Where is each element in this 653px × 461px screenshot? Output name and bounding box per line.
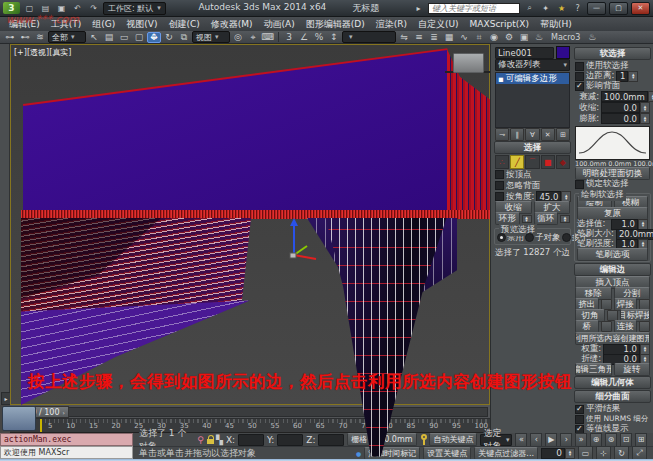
key-mode-dropdown[interactable]: 选定对象 <box>480 434 512 446</box>
track-bar[interactable]: 51015 202530 354045 505560 657075 808590… <box>10 419 490 433</box>
pinch-spinner[interactable]: 0.0 <box>601 102 650 113</box>
rendered-frame-window-icon[interactable]: ▣ <box>517 32 531 43</box>
menu-modifiers[interactable]: 修改器(M) <box>206 17 258 32</box>
menu-graph-editors[interactable]: 图形编辑器(D) <box>301 17 370 32</box>
use-soft-selection-checkbox[interactable] <box>575 62 584 71</box>
connect-settings-button[interactable] <box>639 321 650 332</box>
selection-lock-icon[interactable] <box>207 435 213 444</box>
help-icon[interactable]: ? <box>571 2 584 14</box>
pan-icon[interactable]: ⊹ <box>596 446 611 460</box>
rectangular-selection-region-icon[interactable]: ▭ <box>117 32 131 43</box>
select-and-scale-icon[interactable]: ⧉ <box>177 32 191 43</box>
time-slider-track[interactable] <box>12 407 488 417</box>
search-icon[interactable]: ⌕ <box>523 2 536 14</box>
close-button[interactable]: ✕ <box>631 2 650 15</box>
search-go-icon[interactable]: ▸ <box>412 2 425 14</box>
use-pivot-center-icon[interactable]: ◎ <box>231 32 245 43</box>
edit-edges-rollout-header[interactable]: 编辑边 <box>574 263 651 276</box>
spinner-snap-icon[interactable]: ↕ <box>327 32 341 43</box>
turn-button[interactable]: 旋转 <box>614 363 651 376</box>
preview-multi-radio[interactable] <box>562 233 571 242</box>
modifier-stack[interactable]: ▪ 可编辑多边形 <box>495 72 570 128</box>
material-editor-icon[interactable]: ◉ <box>487 32 501 43</box>
ring-spinner[interactable] <box>522 215 532 223</box>
grey-box-object[interactable] <box>453 53 484 73</box>
falloff-spinner[interactable]: 100.0mm <box>601 91 653 102</box>
menu-maxscript[interactable]: MAXScript(X) <box>465 18 534 30</box>
menu-views[interactable]: 视图(V) <box>121 17 162 32</box>
ignore-backfacing-checkbox[interactable] <box>495 181 504 190</box>
select-and-link-icon[interactable]: ⊶ <box>3 32 17 43</box>
set-key-button[interactable]: 设置关键点 <box>423 447 471 460</box>
edge-subobject-icon[interactable]: ╱ <box>510 155 524 169</box>
polygon-subobject-icon[interactable]: ■ <box>541 155 555 169</box>
object-name-field[interactable]: Line001 <box>495 47 554 59</box>
unlink-selection-icon[interactable]: ⊷ <box>18 32 32 43</box>
set-keys-icon[interactable] <box>420 434 427 445</box>
border-subobject-icon[interactable]: ⌒ <box>525 155 539 169</box>
menu-rendering[interactable]: 渲染(R) <box>371 17 412 32</box>
frame-zero-marker[interactable] <box>40 419 42 432</box>
infocenter-search-input[interactable] <box>428 3 520 14</box>
orbit-icon[interactable]: ↻ <box>614 446 629 460</box>
snap-toggle-3d-icon[interactable]: 3 <box>282 32 296 43</box>
curve-editor-icon[interactable]: ∿ <box>457 32 471 43</box>
maximize-button[interactable]: ▢ <box>609 2 628 15</box>
edit-geometry-rollout-header[interactable]: 编辑几何体 <box>574 376 651 389</box>
subdivision-surface-rollout-header[interactable]: 细分曲面 <box>574 390 651 403</box>
zoom-icon[interactable]: ⊕ <box>590 433 602 447</box>
lock-soft-selection-checkbox[interactable] <box>575 180 584 189</box>
render-teapot-icon[interactable]: ♨ <box>585 32 599 43</box>
by-angle-checkbox[interactable] <box>495 192 504 201</box>
menu-group[interactable]: 组(G) <box>87 17 120 32</box>
z-coordinate-field[interactable] <box>318 434 344 446</box>
loop-button[interactable]: 循环 <box>534 212 559 225</box>
smooth-result-checkbox[interactable] <box>575 405 584 414</box>
window-crossing-icon[interactable]: ▢ <box>132 32 146 43</box>
redo-icon[interactable]: ↷ <box>87 2 100 14</box>
menu-animation[interactable]: 动画(A) <box>259 17 300 32</box>
preview-disable-radio[interactable] <box>497 233 506 242</box>
maximize-viewport-icon[interactable]: ⤢ <box>632 446 647 460</box>
align-icon[interactable]: ≡ <box>412 32 426 43</box>
remove-modifier-button[interactable]: ✕ <box>541 128 555 141</box>
render-production-icon[interactable]: ♨ <box>532 32 546 43</box>
vertex-subobject-icon[interactable]: ∴ <box>495 155 509 169</box>
object-color-swatch[interactable] <box>556 46 570 59</box>
menu-create[interactable]: 创建(C) <box>163 17 204 32</box>
mirror-icon[interactable]: ⇋ <box>397 32 411 43</box>
select-object-icon[interactable]: ↖ <box>87 32 101 43</box>
select-and-rotate-icon[interactable]: ↻ <box>162 32 176 43</box>
named-selection-sets-dropdown[interactable] <box>342 31 396 43</box>
favorites-icon[interactable]: ★ <box>555 2 568 14</box>
maxscript-macro-recorder[interactable]: actionMan.exec <box>0 433 133 446</box>
next-frame-button[interactable]: › <box>560 433 572 447</box>
bridge-settings-button[interactable] <box>601 321 612 332</box>
perspective-viewport[interactable]: [+][透视][真实] <box>10 44 490 405</box>
selection-rollout-header[interactable]: 选择 <box>494 141 571 154</box>
schematic-view-icon[interactable]: ⌗ <box>472 32 486 43</box>
bubble-spinner[interactable]: 0.0 <box>601 113 650 124</box>
zoom-extents-icon[interactable]: ⊡ <box>620 433 632 447</box>
zoom-region-icon[interactable]: ▭ <box>578 446 593 460</box>
key-filters-button[interactable]: 关键点过滤器... <box>474 447 538 460</box>
make-unique-button[interactable]: ∀ <box>525 128 539 141</box>
current-frame-spinner[interactable]: 0 <box>541 448 575 459</box>
render-setup-icon[interactable]: ⚙ <box>502 32 516 43</box>
time-slider[interactable]: ‹ 0 / 100 › <box>10 405 490 419</box>
y-coordinate-field[interactable] <box>277 434 303 446</box>
previous-frame-button[interactable]: ‹ <box>530 433 542 447</box>
absolute-mode-icon[interactable]: ▚ <box>216 435 223 445</box>
zoom-all-icon[interactable]: ⊛ <box>605 433 617 447</box>
affect-backfacing-checkbox[interactable] <box>575 82 584 91</box>
percent-snap-icon[interactable]: % <box>312 32 326 43</box>
select-and-move-icon[interactable]: ↔↕ <box>147 32 161 43</box>
zoom-extents-all-icon[interactable]: ⊞ <box>635 433 647 447</box>
edit-tri-button[interactable]: 编辑三角形 <box>575 363 612 376</box>
modifier-list-dropdown[interactable]: 修改器列表 <box>495 59 570 71</box>
preview-subobj-radio[interactable] <box>525 233 534 242</box>
mini-curve-editor-button[interactable] <box>2 406 36 431</box>
x-coordinate-field[interactable] <box>238 434 264 446</box>
auto-key-button[interactable]: 自动关键点 <box>429 433 477 446</box>
reference-coordinate-dropdown[interactable]: 视图 <box>192 31 230 43</box>
